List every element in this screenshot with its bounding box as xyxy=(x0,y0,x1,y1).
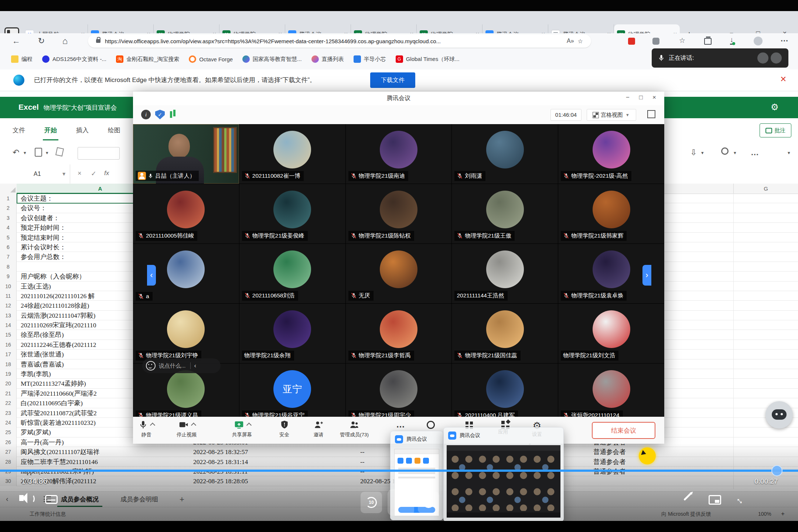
row-number[interactable]: 9 xyxy=(0,272,17,281)
participant-tile[interactable]: 刘雨潇 xyxy=(452,124,558,184)
url-text[interactable]: https://view.officeapps.live.com/op/view… xyxy=(105,38,563,44)
download-file-button[interactable]: 下载文件 xyxy=(370,72,415,88)
row-number[interactable]: 8 xyxy=(0,262,17,272)
row-number[interactable]: 16 xyxy=(0,340,17,349)
participant-tile[interactable]: 无厌 xyxy=(346,244,452,303)
row-number[interactable]: 26 xyxy=(0,437,17,447)
paste-icon[interactable] xyxy=(35,148,42,157)
mute-button[interactable]: 静音 xyxy=(138,420,154,438)
bookmark-item[interactable]: Global Times（环球... xyxy=(396,55,460,63)
row-number[interactable]: 28 xyxy=(0,457,17,467)
bookmark-item[interactable]: 直播列表 xyxy=(311,55,344,63)
search-icon[interactable] xyxy=(721,147,729,155)
cell-a[interactable]: 王选(王选) xyxy=(21,282,51,291)
row-number[interactable]: 3 xyxy=(0,213,17,223)
player-progress-bar[interactable] xyxy=(0,470,798,472)
format-painter-icon[interactable] xyxy=(55,147,64,156)
comments-button[interactable]: 批注 xyxy=(760,123,791,137)
pip-frame-icon[interactable] xyxy=(709,495,721,505)
grid-page-left-icon[interactable]: ‹ xyxy=(147,265,156,286)
end-meeting-button[interactable]: 结束会议 xyxy=(592,422,655,439)
bookmark-item[interactable]: 金刚石颗粒_淘宝搜索 xyxy=(116,55,179,63)
feedback-link[interactable]: 向 Microsoft 提供反馈 xyxy=(661,511,711,518)
paste-dropdown-icon[interactable]: ▾ xyxy=(46,150,48,156)
participant-tile[interactable]: 物理学院21级周宇少 xyxy=(346,364,452,417)
cell-a[interactable]: 武菲莹2021110872(武菲莹2 xyxy=(21,408,97,418)
row-number[interactable]: 2 xyxy=(0,203,17,213)
share-options-icon[interactable] xyxy=(246,423,251,428)
participant-tile[interactable]: 物理学院21级刘宇铮 xyxy=(133,304,239,363)
cancel-entry-icon[interactable]: × xyxy=(78,170,82,177)
sheet-tab-detail[interactable]: 成员参会明细 xyxy=(117,492,162,507)
participant-tile[interactable]: 物理学院21级韩家辉 xyxy=(558,184,664,243)
read-aloud-icon[interactable]: A» xyxy=(567,38,574,44)
row-number[interactable]: 19 xyxy=(0,369,17,379)
cell-a[interactable]: 参会用户总数： xyxy=(21,252,66,262)
chat-input-placeholder[interactable]: 说点什么... xyxy=(159,362,186,369)
taskbar-preview-right[interactable]: 腾讯会议 xyxy=(443,427,564,522)
participant-tile[interactable]: 物理学院21级王傲 xyxy=(452,184,558,243)
row-number[interactable]: 30 xyxy=(0,476,17,486)
row-number[interactable]: 23 xyxy=(0,408,17,418)
sort-filter-icon[interactable]: ⇩ xyxy=(690,148,697,157)
favorites-icon[interactable]: ☆ xyxy=(679,36,685,45)
participant-tile[interactable]: 2021111144王浩然 xyxy=(452,244,558,303)
cell-a[interactable]: 2021110269宋宣玮(2021110 xyxy=(21,320,96,330)
ribbon-tab[interactable]: 文件 xyxy=(11,120,27,140)
row-number[interactable]: 20 xyxy=(0,379,17,388)
refresh-icon[interactable]: ↻ xyxy=(34,33,49,49)
back-icon[interactable]: ← xyxy=(9,33,24,49)
cell-a[interactable]: 昕惊雷(裴若迪2021110232) xyxy=(21,418,96,427)
search-dropdown-icon[interactable]: ▾ xyxy=(734,150,736,156)
cell-a[interactable]: 应物二班李千慧2021110146 xyxy=(21,457,98,467)
row-number[interactable]: 11 xyxy=(0,291,17,301)
cell-a[interactable]: 2021110126(2021110126 解 xyxy=(21,291,95,301)
cell-a[interactable]: 张世通(张世通) xyxy=(21,349,64,359)
extension-icon[interactable] xyxy=(628,38,635,45)
row-number[interactable]: 24 xyxy=(0,418,17,427)
stop-video-button[interactable]: 停止视频 xyxy=(177,420,197,438)
fullscreen-icon[interactable] xyxy=(647,110,655,118)
participant-tile[interactable]: 物理学院21级南迪 xyxy=(346,124,452,184)
subtitle-icon[interactable] xyxy=(45,495,58,504)
cell-a[interactable]: 2021112246王德春(2021112 xyxy=(21,340,96,349)
extensions-puzzle-icon[interactable] xyxy=(652,38,659,45)
participant-tile[interactable]: 物理学院21级姜俊峰 xyxy=(239,184,345,243)
name-box[interactable]: A1▾ xyxy=(17,164,70,184)
sheet-tab-overview[interactable]: 成员参会概况 xyxy=(57,492,102,507)
cell-b[interactable]: 2022-08-25 18:28:05 xyxy=(193,476,248,486)
participant-tile[interactable]: 2021110658刘浩 xyxy=(239,244,345,303)
cell-a[interactable]: 云烟浩渺(2021111047郭毅) xyxy=(21,311,95,320)
cell-a[interactable]: 会议创建者： xyxy=(21,213,59,223)
ribbon-tab[interactable]: 插入 xyxy=(75,120,90,140)
security-button[interactable]: 安全 xyxy=(279,420,289,438)
cell-a[interactable]: 罗斌(罗斌) xyxy=(21,427,51,437)
favorite-star-icon[interactable]: ☆ xyxy=(578,38,583,45)
column-header-g[interactable]: G xyxy=(733,184,798,194)
participant-tile[interactable]: 张烜尧2021110124 xyxy=(558,364,664,417)
participant-tile[interactable]: 物理学院-2021级-高然 xyxy=(558,124,664,184)
share-screen-button[interactable]: 共享屏幕 xyxy=(232,420,252,438)
cell-b[interactable]: 2022-08-25 18:31:14 xyxy=(193,457,248,467)
host-video-tile[interactable]: 吕喆（主讲人） xyxy=(133,124,239,184)
row-number[interactable]: 10 xyxy=(0,282,17,291)
play-button[interactable]: ▶ xyxy=(388,489,414,516)
cell-e[interactable]: 普通参会者 xyxy=(593,447,626,457)
cell-a[interactable]: 曹嘉诚(曹嘉诚) xyxy=(21,359,64,369)
bookmark-item[interactable]: ADS1256中文资料 -... xyxy=(42,55,106,63)
row-number[interactable]: 1 xyxy=(0,194,17,203)
cell-a[interactable]: 用户昵称（入会昵称） xyxy=(21,272,85,281)
cell-a[interactable]: 预定开始时间： xyxy=(21,223,66,232)
cell-a[interactable]: 高一丹(高一丹) xyxy=(21,437,64,447)
row-number[interactable]: 27 xyxy=(0,447,17,457)
meeting-close-icon[interactable]: × xyxy=(648,94,661,101)
collapse-chat-icon[interactable]: ‹ xyxy=(194,362,197,369)
ribbon-more-icon[interactable]: … xyxy=(751,148,759,157)
more-button[interactable]: … xyxy=(396,421,405,428)
cell-a[interactable]: 预定结束时间： xyxy=(21,233,66,242)
bookmark-item[interactable]: 编程 xyxy=(11,55,33,63)
add-sheet-icon[interactable]: + xyxy=(180,492,184,507)
participant-tile[interactable]: 2021110005韩佳峻 xyxy=(133,184,239,243)
row-number[interactable]: 21 xyxy=(0,389,17,398)
profile-avatar[interactable] xyxy=(754,37,763,45)
